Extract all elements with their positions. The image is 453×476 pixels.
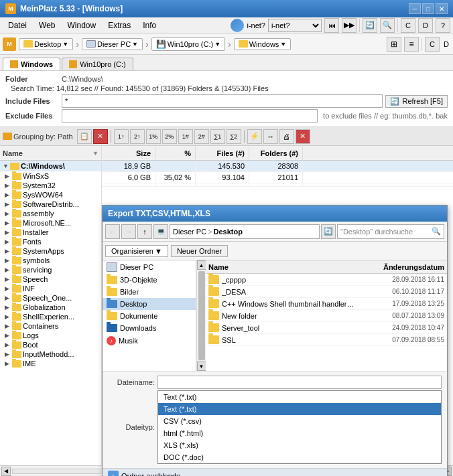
- tree-item-microsoftne[interactable]: ▶ Microsoft.NE...: [1, 218, 101, 228]
- sidebar-item-downloads[interactable]: Downloads: [103, 322, 196, 334]
- sidebar-item-desktop[interactable]: Desktop: [103, 298, 196, 310]
- tree-item-shellexperien[interactable]: ▶ ShellExperien...: [1, 312, 101, 321]
- filetype-option-html[interactable]: html (*.html): [158, 427, 441, 439]
- filename-input[interactable]: [157, 376, 442, 389]
- tree-item-logs[interactable]: ▶ Logs: [1, 331, 101, 340]
- scroll-left-button[interactable]: ◀: [1, 467, 11, 476]
- close-button[interactable]: ✕: [436, 3, 448, 14]
- pc-arrow[interactable]: ▼: [132, 41, 138, 48]
- table-row[interactable]: 6,0 GB 35,02 % 93.104 21011: [102, 172, 453, 183]
- sidebar-item-dieser-pc[interactable]: Dieser PC: [103, 260, 196, 274]
- help-button[interactable]: ?: [436, 18, 450, 33]
- nav-up-button[interactable]: ↑: [137, 224, 152, 239]
- inet-select[interactable]: i-net?: [268, 19, 322, 32]
- sidebar-item-dokumente[interactable]: Dokumente: [103, 310, 196, 322]
- scroll-down-arrow[interactable]: ▼: [197, 362, 206, 371]
- filetype-option-txt-1[interactable]: Text (*.txt): [158, 391, 441, 403]
- group-btn-4[interactable]: 1%: [146, 129, 161, 144]
- path-desktop[interactable]: Desktop ▼: [19, 38, 73, 50]
- menu-extras[interactable]: Extras: [103, 19, 136, 31]
- toolbar-icon-6[interactable]: D: [418, 18, 433, 33]
- file-row-cpppp[interactable]: _cpppp 28.09.2018 16:11: [206, 274, 447, 286]
- path-win10pro[interactable]: 💾 Win10pro (C:) ▼: [151, 37, 225, 51]
- nav-refresh-button[interactable]: 🔄: [321, 224, 336, 239]
- group-btn-b[interactable]: ↔: [263, 129, 278, 144]
- group-btn-3[interactable]: 2↑: [130, 129, 145, 144]
- group-btn-9[interactable]: ∑2: [226, 129, 241, 144]
- view-icon-2[interactable]: ≡: [404, 37, 419, 52]
- include-input[interactable]: [62, 94, 383, 108]
- nav-path-bar[interactable]: Dieser PC > Desktop: [170, 224, 320, 239]
- hide-folder-row[interactable]: ▲ Ordner ausblende: [103, 468, 447, 476]
- file-row-cpp-shell[interactable]: C++ Windows Shell thumbnail handler (...…: [206, 298, 447, 310]
- menu-datei[interactable]: Datei: [3, 19, 32, 31]
- table-row[interactable]: [102, 183, 453, 187]
- group-btn-6[interactable]: 1#: [178, 129, 193, 144]
- tree-item-symbols[interactable]: ▶ symbols: [1, 256, 101, 265]
- neuer-ordner-button[interactable]: Neuer Ordner: [171, 245, 228, 257]
- menu-info[interactable]: Info: [137, 19, 161, 31]
- filetype-option-csv[interactable]: CSV (*.csv): [158, 415, 441, 427]
- file-row-ssl[interactable]: SSL 07.09.2018 08:55: [206, 334, 447, 346]
- group-btn-a[interactable]: ⚡: [247, 129, 262, 144]
- tree-item-inputmethod[interactable]: ▶ InputMethodd...: [1, 349, 101, 359]
- tree-item-syswow64[interactable]: ▶ SysWOW64: [1, 190, 101, 200]
- tree-item-globalization[interactable]: ▶ Globalization: [1, 303, 101, 312]
- tree-item-ime[interactable]: ▶ IME: [1, 359, 101, 368]
- tree-item-softwaredistrib[interactable]: ▶ SoftwareDistrib...: [1, 200, 101, 209]
- group-btn-8[interactable]: ∑1: [210, 129, 225, 144]
- file-row-desa[interactable]: _DESA 06.10.2018 11:17: [206, 286, 447, 298]
- tree-item-speechone[interactable]: ▶ Speech_One...: [1, 293, 101, 303]
- path-windows[interactable]: Windows ▼: [234, 38, 292, 50]
- group-btn-c[interactable]: 🖨: [279, 129, 294, 144]
- tree-item-fonts[interactable]: ▶ Fonts: [1, 237, 101, 246]
- group-btn-5[interactable]: 2%: [162, 129, 177, 144]
- sidebar-item-3d-objekte[interactable]: 3D-Objekte: [103, 274, 196, 286]
- tree-item-speech[interactable]: ▶ Speech: [1, 274, 101, 284]
- tree-item-winsxs[interactable]: ▶ WinSxS: [1, 171, 101, 181]
- tree-item-installer[interactable]: ▶ Installer: [1, 228, 101, 237]
- file-row-new-folder[interactable]: New folder 08.07.2018 13:09: [206, 310, 447, 322]
- tree-item-boot[interactable]: ▶ Boot: [1, 340, 101, 349]
- file-row-server-tool[interactable]: Server_tool 24.09.2018 10:47: [206, 322, 447, 334]
- scroll-thumb[interactable]: [198, 271, 205, 360]
- minimize-button[interactable]: ─: [409, 3, 421, 14]
- drive-arrow[interactable]: ▼: [214, 41, 220, 48]
- group-btn-d[interactable]: ✕: [296, 129, 310, 144]
- organisieren-button[interactable]: Organisieren ▼: [105, 245, 168, 257]
- filetype-dropdown[interactable]: Text (*.txt) Text (*.txt) CSV (*.csv) ht…: [157, 390, 442, 464]
- refresh-button[interactable]: 🔄 Refresh [F5]: [385, 95, 448, 108]
- maximize-button[interactable]: □: [422, 3, 434, 14]
- view-icon-1[interactable]: ⊞: [387, 37, 401, 52]
- tree-root-item[interactable]: ▼ C:\Windows\: [0, 161, 101, 171]
- toolbar-icon-3[interactable]: 🔄: [363, 18, 377, 33]
- tab-win10pro[interactable]: Win10pro (C:): [62, 58, 133, 70]
- group-btn-x[interactable]: ✕: [93, 129, 108, 144]
- menu-window[interactable]: Window: [62, 19, 101, 31]
- tab-windows[interactable]: Windows: [3, 58, 60, 70]
- nav-back-button[interactable]: ←: [105, 224, 120, 239]
- tree-item-systemapps[interactable]: ▶ SystemApps: [1, 246, 101, 256]
- scroll-up-arrow[interactable]: ▲: [197, 260, 206, 270]
- tree-item-system32[interactable]: ▶ System32: [1, 181, 101, 190]
- table-row[interactable]: 18,9 GB 145.530 28308: [102, 161, 453, 172]
- toolbar-icon-4[interactable]: 🔍: [380, 18, 395, 33]
- group-btn-1[interactable]: 📋: [77, 129, 92, 144]
- tree-item-assembly[interactable]: ▶ assembly: [1, 209, 101, 218]
- sidebar-item-musik[interactable]: ♪ Musik: [103, 334, 196, 347]
- desktop-arrow[interactable]: ▼: [62, 41, 68, 48]
- tree-item-servicing[interactable]: ▶ servicing: [1, 265, 101, 274]
- toolbar-icon-5[interactable]: C: [401, 18, 415, 33]
- tree-item-inf[interactable]: ▶ INF: [1, 284, 101, 293]
- toolbar-icon-2[interactable]: ▶▶: [342, 18, 357, 33]
- menu-web[interactable]: Web: [34, 19, 60, 31]
- filetype-option-xls[interactable]: XLS (*.xls): [158, 439, 441, 451]
- tree-item-containers[interactable]: ▶ Containers: [1, 321, 101, 331]
- group-btn-7[interactable]: 2#: [194, 129, 209, 144]
- sidebar-scrollbar[interactable]: ▲ ▼: [196, 260, 206, 371]
- view-icon-3[interactable]: C: [425, 37, 440, 52]
- filetype-option-doc[interactable]: DOC (*.doc): [158, 451, 441, 463]
- nav-search-bar[interactable]: "Desktop" durchsuche 🔍: [337, 224, 444, 239]
- exclude-input[interactable]: [62, 109, 318, 123]
- path-dieser-pc[interactable]: Dieser PC ▼: [82, 38, 143, 50]
